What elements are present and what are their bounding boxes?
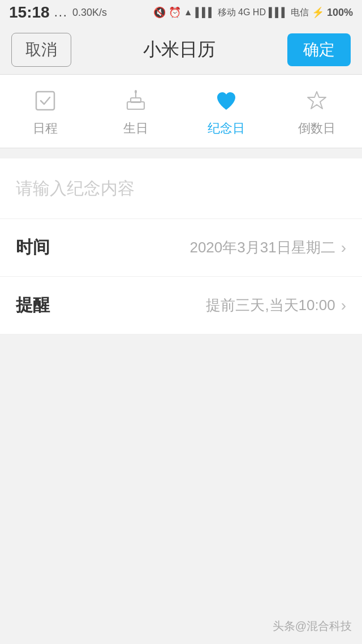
svg-marker-5 [308, 92, 326, 109]
tab-countdown[interactable]: 倒数日 [272, 86, 362, 137]
confirm-button[interactable]: 确定 [287, 33, 351, 66]
cancel-button[interactable]: 取消 [11, 33, 71, 67]
reminder-value-group: 提前三天,当天10:00 › [206, 295, 346, 315]
countdown-icon [302, 86, 331, 115]
schedule-icon [31, 86, 60, 115]
time-value: 2020年3月31日星期二 [189, 238, 335, 257]
tab-countdown-label: 倒数日 [298, 120, 335, 137]
carrier-label: 电信 [291, 7, 309, 19]
form-content: 时间 2020年3月31日星期二 › 提醒 提前三天,当天10:00 › [0, 158, 362, 334]
status-network-speed: 0.30K/s [72, 7, 107, 19]
svg-rect-0 [36, 92, 54, 110]
status-bar: 15:18 ... 0.30K/s 🔇 ⏰ ▲ ▌▌▌ 移动 4G HD ▌▌▌… [0, 0, 362, 25]
reminder-row[interactable]: 提醒 提前三天,当天10:00 › [0, 277, 362, 334]
tab-birthday-label: 生日 [123, 120, 148, 137]
status-right: 🔇 ⏰ ▲ ▌▌▌ 移动 4G HD ▌▌▌ 电信 ⚡ 100% [153, 6, 353, 19]
network-label: 移动 4G HD [218, 7, 266, 19]
status-icons: 🔇 ⏰ ▲ ▌▌▌ 移动 4G HD ▌▌▌ 电信 ⚡ 100% [153, 6, 353, 19]
page-title: 小米日历 [143, 37, 216, 62]
svg-point-4 [135, 90, 137, 93]
tab-birthday[interactable]: 生日 [90, 86, 181, 137]
status-time: 15:18 [9, 3, 50, 22]
nav-bar: 取消 小米日历 确定 [0, 25, 362, 75]
status-left: 15:18 ... 0.30K/s [9, 3, 107, 22]
tab-anniversary[interactable]: 纪念日 [181, 86, 272, 137]
sync-icon: ▲ [184, 7, 193, 18]
time-value-group: 2020年3月31日星期二 › [189, 238, 346, 257]
content-input[interactable] [0, 158, 362, 219]
time-row[interactable]: 时间 2020年3月31日星期二 › [0, 219, 362, 277]
battery-label: 100% [327, 7, 353, 19]
status-signal-dots: ... [54, 5, 68, 20]
reminder-chevron-icon: › [341, 297, 346, 315]
time-chevron-icon: › [341, 239, 346, 257]
signal-bars2-icon: ▌▌▌ [269, 7, 288, 18]
tab-anniversary-label: 纪念日 [208, 120, 245, 137]
bottom-area [0, 334, 362, 644]
charging-icon: ⚡ [312, 6, 324, 19]
time-label: 时间 [16, 236, 50, 259]
reminder-value: 提前三天,当天10:00 [206, 295, 335, 315]
signal-bars-icon: ▌▌▌ [196, 7, 215, 18]
tab-schedule[interactable]: 日程 [0, 86, 90, 137]
reminder-label: 提醒 [16, 294, 50, 317]
alarm-icon: ⏰ [169, 6, 181, 19]
mute-icon: 🔇 [153, 6, 166, 19]
birthday-icon [121, 86, 150, 115]
watermark: 头条@混合科技 [273, 619, 352, 634]
tab-bar: 日程 生日 纪念日 [0, 75, 362, 148]
anniversary-icon [212, 86, 241, 115]
tab-schedule-label: 日程 [33, 120, 58, 137]
